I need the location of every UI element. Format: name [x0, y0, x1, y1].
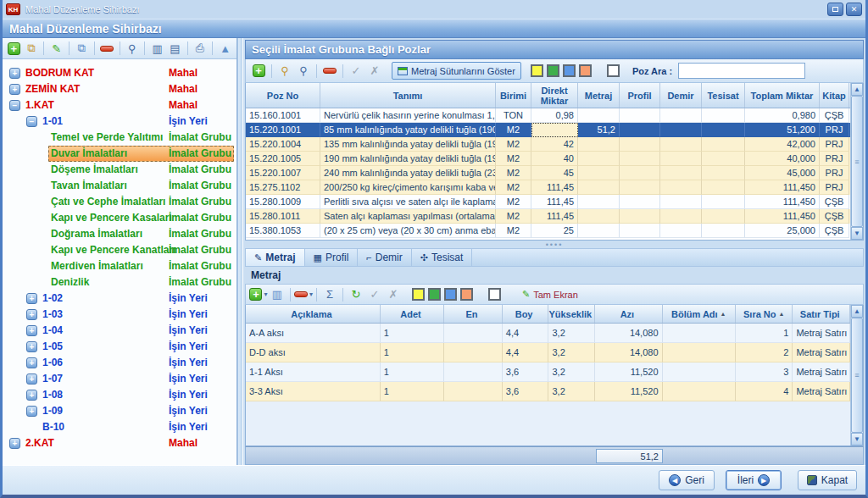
column-header[interactable]: Satır Tipi	[793, 305, 850, 323]
tree-item[interactable]: + 1-02 İşin Yeri	[3, 290, 236, 307]
tree-item[interactable]: Temel ve Perde Yalıtımı İmalat Grubu	[3, 130, 236, 146]
scroll-down-icon[interactable]: ▼	[851, 433, 863, 445]
column-header[interactable]: Sıra No ▲	[736, 305, 793, 323]
poz-row[interactable]: 15.280.1011 Saten alçı kaplaması yapılma…	[246, 209, 850, 224]
tree-expander-icon[interactable]: +	[26, 357, 37, 368]
tree-item[interactable]: + 1-06 İşin Yeri	[3, 355, 236, 371]
tree-item[interactable]: + BODRUM KAT Mahal	[3, 65, 236, 81]
yellow-swatch[interactable]	[412, 288, 425, 301]
cancel-metraj-icon[interactable]: ✗	[384, 286, 403, 303]
column-header[interactable]: Toplam Miktar	[745, 83, 820, 108]
poz-row[interactable]: 15.275.1102 200/250 kg kireç/çimento kar…	[246, 180, 850, 195]
yellow-swatch[interactable]	[531, 64, 543, 77]
detail-tab[interactable]: ⌐ Demir	[358, 249, 411, 266]
poz-row[interactable]: 15.220.1007 240 mm kalınlığında yatay de…	[246, 166, 850, 180]
add-icon[interactable]: +	[5, 40, 23, 57]
add-poz-icon[interactable]: +	[249, 63, 268, 80]
refresh-icon[interactable]: ↻	[347, 286, 365, 303]
tree-item[interactable]: Duvar İmalatları İmalat Grubu	[3, 146, 236, 162]
tree-item[interactable]: + 1-09 İşin Yeri	[3, 403, 236, 419]
column-header[interactable]: Tesisat	[702, 83, 745, 108]
tree-item[interactable]: + 1-05 İşin Yeri	[3, 339, 236, 355]
scroll-thumb[interactable]	[851, 96, 863, 227]
copy-icon[interactable]: ⧉	[73, 40, 91, 57]
white-swatch[interactable]	[607, 64, 620, 77]
poz-row[interactable]: 15.220.1004 135 mm kalınlığında yatay de…	[246, 137, 850, 152]
tree-item[interactable]: Kapı ve Pencere Kasaları İmalat Grubu	[3, 210, 236, 226]
poz-row[interactable]: 15.220.1001 85 mm kalınlığında yatay del…	[246, 123, 850, 137]
detail-tab[interactable]: ✎ Metraj	[246, 249, 305, 266]
metraj-row[interactable]: 1-1 Aksı 1 3,6 3,2 11,520 3 Metraj Satır…	[246, 362, 850, 382]
column-header[interactable]: Adet	[381, 305, 444, 323]
orange-swatch[interactable]	[579, 64, 592, 77]
edit-icon[interactable]: ✎	[47, 40, 65, 57]
tree-item[interactable]: + 1-03 İşin Yeri	[3, 307, 236, 323]
metraj-columns-toggle[interactable]: Metraj Sütunlarını Göster	[392, 62, 521, 80]
tree-item[interactable]: − 1-01 İşin Yeri	[3, 113, 236, 130]
detail-tab[interactable]: ▦ Profil	[305, 249, 359, 266]
orange-swatch[interactable]	[460, 288, 473, 301]
tree-item[interactable]: B-10 İşin Yeri	[3, 419, 236, 435]
tree-expander-icon[interactable]: +	[9, 84, 20, 95]
column-header[interactable]: Poz No	[246, 83, 320, 108]
tree-item[interactable]: Çatı ve Cephe İmalatları İmalat Grubu	[3, 194, 236, 210]
column-header[interactable]: En	[444, 305, 503, 323]
sum-icon[interactable]: Σ	[320, 286, 339, 303]
tree-item[interactable]: Kapı ve Pencere Kanatları İmalat Grubu	[3, 242, 236, 258]
column-header[interactable]: Tanımı	[320, 83, 496, 108]
collapse-icon[interactable]: ▲	[216, 40, 234, 57]
lookup-icon[interactable]: ⚲	[275, 63, 294, 80]
poz-row[interactable]: 15.280.1009 Perlitli sıva alçısı ve sate…	[246, 195, 850, 209]
tree-item[interactable]: + 1-07 İşin Yeri	[3, 371, 236, 387]
column-header[interactable]: Metraj	[578, 83, 620, 108]
tree-expander-icon[interactable]: +	[9, 438, 20, 449]
blue-swatch[interactable]	[563, 64, 576, 77]
column-header[interactable]: Birimi	[496, 83, 531, 108]
column-header[interactable]: Demir	[660, 83, 702, 108]
detail-tab[interactable]: ✣ Tesisat	[412, 249, 473, 266]
tree-item[interactable]: − 1.KAT Mahal	[3, 97, 236, 113]
add-metraj-icon[interactable]: +	[249, 286, 268, 303]
back-button[interactable]: ◀ Geri	[659, 470, 715, 490]
tree-item[interactable]: Denizlik İmalat Grubu	[3, 274, 236, 290]
white-swatch[interactable]	[488, 288, 501, 301]
tree-expander-icon[interactable]: +	[26, 374, 37, 385]
tree-item[interactable]: Tavan İmalatları İmalat Grubu	[3, 178, 236, 194]
tree-item[interactable]: Doğrama İmalatları İmalat Grubu	[3, 226, 236, 242]
delete-icon[interactable]	[98, 40, 116, 57]
poz-search-input[interactable]	[678, 63, 805, 79]
poz-table-scrollbar[interactable]: ▲ ▼	[850, 83, 863, 240]
tree-expander-icon[interactable]: +	[26, 325, 37, 336]
blue-swatch[interactable]	[444, 288, 457, 301]
tree-expander-icon[interactable]: +	[26, 293, 37, 304]
metraj-table-scrollbar[interactable]: ▲ ▼	[850, 305, 863, 445]
confirm-icon[interactable]: ✓	[347, 63, 365, 80]
close-button[interactable]: ✕	[846, 3, 862, 16]
tree-expander-icon[interactable]: +	[26, 390, 37, 401]
scroll-up-icon[interactable]: ▲	[851, 305, 863, 318]
column-header[interactable]: Kitap	[820, 83, 849, 108]
tree-item[interactable]: + ZEMİN KAT Mahal	[3, 81, 236, 97]
find-icon[interactable]: ⚲	[124, 40, 142, 57]
metraj-row[interactable]: D-D aksı 1 4,4 3,2 14,080 2 Metraj Satır…	[246, 343, 850, 362]
fullscreen-button[interactable]: ✎ Tam Ekran	[515, 286, 585, 302]
poz-row[interactable]: 15.160.1001 Nervürlü çelik hasırın yerin…	[246, 108, 850, 123]
tree-expander-icon[interactable]: +	[26, 341, 37, 352]
tree-expander-icon[interactable]: −	[26, 116, 37, 127]
poz-row[interactable]: 15.220.1005 190 mm kalınlığında yatay de…	[246, 152, 850, 166]
poz-row[interactable]: 15.380.1053 (20 x 25 cm) veya (20 x 30 c…	[246, 224, 850, 238]
next-button[interactable]: İleri ▶	[726, 470, 782, 490]
scroll-down-icon[interactable]: ▼	[851, 227, 863, 240]
green-swatch[interactable]	[428, 288, 441, 301]
close-wizard-button[interactable]: Kapat	[798, 470, 857, 490]
tree-expander-icon[interactable]: −	[9, 100, 20, 111]
preview-icon[interactable]: ▥	[148, 40, 166, 57]
print-icon[interactable]: ⎙	[192, 40, 209, 57]
maximize-button[interactable]	[827, 3, 843, 16]
scroll-thumb[interactable]	[851, 318, 863, 433]
tree-item[interactable]: + 2.KAT Mahal	[3, 435, 236, 451]
column-header[interactable]: Bölüm Adı ▲	[663, 305, 736, 323]
metraj-row[interactable]: 3-3 Aksı 1 3,6 3,2 11,520 4 Metraj Satır…	[246, 382, 850, 401]
tree-item[interactable]: Merdiven İmalatları İmalat Grubu	[3, 258, 236, 274]
column-header[interactable]: Boy	[503, 305, 549, 323]
